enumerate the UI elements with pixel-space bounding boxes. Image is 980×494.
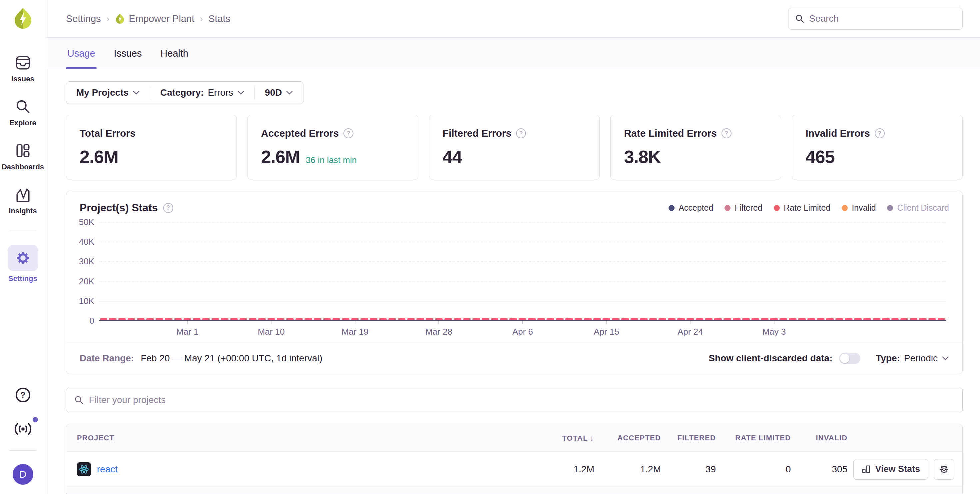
period-selector[interactable]: 90D — [255, 82, 303, 104]
sidebar-item-label: Insights — [9, 207, 37, 215]
stat-card-title: Rate Limited Errors — [624, 127, 716, 139]
global-search-input[interactable] — [809, 13, 956, 24]
react-platform-icon — [77, 462, 91, 476]
legend-item-client-discard[interactable]: Client Discard — [887, 203, 949, 213]
legend-dot — [668, 205, 675, 211]
col-accepted[interactable]: Accepted — [594, 433, 661, 442]
stat-card-value: 44 — [443, 146, 462, 167]
legend-item-rate-limited[interactable]: Rate Limited — [774, 203, 830, 213]
sidebar-item-settings[interactable]: Settings — [0, 245, 46, 283]
sidebar-item-dashboards[interactable]: Dashboards — [0, 142, 46, 171]
breadcrumb-project[interactable]: Empower Plant — [115, 13, 194, 24]
legend-label: Invalid — [852, 203, 876, 213]
col-label: Accepted — [617, 433, 661, 442]
project-filter-input[interactable] — [89, 395, 955, 405]
project-logo-icon — [115, 13, 125, 24]
chart-plot-row: 50K40K30K20K10K0 — [66, 222, 963, 321]
sidebar-item-label: Explore — [10, 119, 36, 127]
stat-card-value: 2.6M — [80, 146, 118, 167]
tab-health[interactable]: Health — [159, 38, 190, 69]
type-selector[interactable]: Type: Periodic — [876, 353, 949, 364]
help-button[interactable]: ? — [14, 386, 32, 405]
project-selector[interactable]: My Projects — [66, 82, 150, 104]
y-axis-label: 40K — [79, 237, 94, 247]
col-total[interactable]: Total↓ — [524, 433, 594, 443]
stat-card-title: Total Errors — [80, 127, 135, 139]
col-invalid[interactable]: Invalid — [791, 433, 848, 442]
x-axis-tick — [690, 321, 690, 324]
app-root: Issues Explore — [0, 0, 980, 494]
sidebar-nav: Issues Explore — [0, 39, 46, 283]
sidebar-bottom: ? D — [0, 369, 46, 494]
sidebar-item-label: Issues — [11, 75, 34, 83]
sidebar-item-insights[interactable]: Insights — [0, 186, 46, 215]
project-settings-button[interactable] — [934, 459, 955, 480]
col-label: Invalid — [816, 433, 848, 442]
cell-rate-limited: 0 — [716, 464, 791, 475]
chevron-right-icon: › — [199, 13, 203, 24]
help-tooltip-icon[interactable]: ? — [722, 128, 732, 138]
project-stats-panel: Project(s) Stats ? Accepted Filtered Rat… — [66, 191, 963, 374]
sidebar-item-label: Settings — [8, 274, 37, 283]
breadcrumb-stats[interactable]: Stats — [208, 13, 230, 24]
table-header: Project Total↓ Accepted Filtered Rate Li… — [66, 424, 963, 452]
legend-label: Accepted — [679, 203, 713, 213]
col-project[interactable]: Project — [66, 433, 524, 442]
stat-card-title: Filtered Errors — [443, 127, 512, 139]
sort-desc-icon: ↓ — [590, 433, 594, 442]
help-tooltip-icon[interactable]: ? — [344, 128, 353, 138]
sidebar-item-issues[interactable]: Issues — [0, 54, 46, 83]
client-discard-toggle[interactable] — [839, 353, 861, 364]
legend-label: Client Discard — [897, 203, 949, 213]
legend-item-accepted[interactable]: Accepted — [668, 203, 713, 213]
project-selector-label: My Projects — [76, 87, 129, 98]
view-stats-button[interactable]: View Stats — [853, 459, 928, 480]
col-label: Total — [562, 434, 588, 442]
stat-card-value: 465 — [805, 146, 834, 167]
legend-item-invalid[interactable]: Invalid — [842, 203, 876, 213]
col-rate-limited[interactable]: Rate Limited — [716, 433, 791, 442]
help-tooltip-icon[interactable]: ? — [516, 128, 526, 138]
user-avatar[interactable]: D — [13, 464, 33, 484]
col-filtered[interactable]: Filtered — [661, 433, 716, 442]
category-selector[interactable]: Category: Errors — [150, 82, 255, 104]
legend-dot — [774, 205, 780, 211]
chevron-down-icon — [132, 90, 140, 95]
whats-new-button[interactable] — [13, 422, 33, 437]
sidebar-item-explore[interactable]: Explore — [0, 98, 46, 127]
type-label: Type: — [876, 353, 900, 364]
svg-text:?: ? — [20, 390, 25, 399]
chevron-down-icon — [286, 90, 293, 95]
help-tooltip-icon[interactable]: ? — [875, 128, 885, 138]
filter-bar: My Projects Category: Errors 90D — [66, 81, 304, 104]
toggle-knob — [840, 354, 850, 363]
breadcrumb-settings[interactable]: Settings — [66, 13, 101, 24]
main-area: Settings › Empower Plant › Stats — [46, 0, 980, 494]
global-search[interactable] — [788, 8, 963, 30]
breadcrumb: Settings › Empower Plant › Stats — [66, 13, 231, 24]
avatar-initial: D — [19, 469, 27, 480]
project-filter[interactable] — [66, 388, 963, 412]
y-axis-label: 30K — [79, 257, 94, 267]
project-link[interactable]: react — [97, 464, 118, 475]
dashboards-icon — [15, 142, 31, 159]
topbar: Settings › Empower Plant › Stats — [46, 0, 980, 37]
help-tooltip-icon[interactable]: ? — [163, 203, 173, 213]
x-axis-tick — [355, 321, 355, 324]
x-axis-label: Mar 10 — [258, 327, 285, 337]
insights-icon — [15, 186, 31, 203]
x-axis-label: Mar 1 — [176, 327, 198, 337]
x-axis-tick — [187, 321, 188, 324]
chart-x-axis: Mar 1Mar 10Mar 19Mar 28Apr 6Apr 15Apr 24… — [99, 321, 947, 340]
tab-usage[interactable]: Usage — [66, 38, 97, 69]
chevron-right-icon: › — [106, 13, 110, 24]
explore-icon — [15, 98, 31, 115]
projects-table: Project Total↓ Accepted Filtered Rate Li… — [66, 424, 963, 494]
x-axis-label: Apr 15 — [593, 327, 619, 337]
x-axis-tick — [606, 321, 607, 324]
org-logo[interactable] — [13, 7, 33, 31]
legend-item-filtered[interactable]: Filtered — [724, 203, 762, 213]
tab-issues[interactable]: Issues — [113, 38, 143, 69]
legend-label: Filtered — [735, 203, 762, 213]
broadcast-icon — [13, 422, 33, 436]
